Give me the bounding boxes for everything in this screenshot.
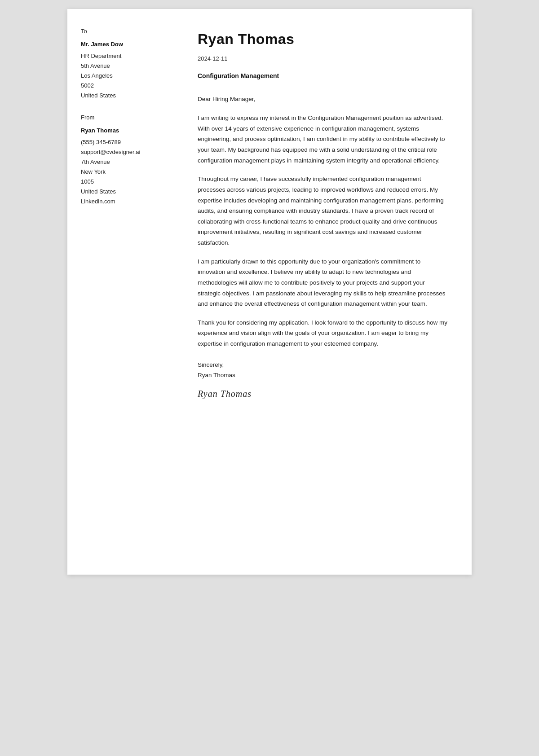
paragraph-1: I am writing to express my interest in t… [198, 113, 449, 166]
paragraph-4: Thank you for considering my application… [198, 317, 449, 349]
closing-word: Sincerely, [198, 360, 449, 370]
sender-country: United States [81, 187, 161, 197]
paragraph-3: I am particularly drawn to this opportun… [198, 256, 449, 309]
salutation: Dear Hiring Manager, [198, 94, 449, 105]
to-section: To Mr. James Dow HR Department 5th Avenu… [81, 27, 161, 101]
recipient-street: 5th Avenue [81, 61, 161, 71]
main-content: Ryan Thomas 2024-12-11 Configuration Man… [175, 9, 472, 575]
recipient-department: HR Department [81, 51, 161, 61]
recipient-zip: 5002 [81, 81, 161, 91]
recipient-name: Mr. James Dow [81, 40, 161, 49]
sidebar: To Mr. James Dow HR Department 5th Avenu… [67, 9, 175, 575]
closing-name: Ryan Thomas [198, 370, 449, 381]
closing: Sincerely, Ryan Thomas Ryan Thomas [198, 360, 449, 401]
sender-phone: (555) 345-6789 [81, 137, 161, 147]
sender-city: New York [81, 167, 161, 177]
sender-name: Ryan Thomas [81, 126, 161, 136]
job-title: Configuration Management [198, 71, 449, 82]
recipient-country: United States [81, 91, 161, 101]
recipient-city: Los Angeles [81, 71, 161, 81]
cover-letter-page: To Mr. James Dow HR Department 5th Avenu… [67, 9, 472, 575]
sender-linkedin: Linkedin.com [81, 197, 161, 207]
to-label: To [81, 27, 161, 36]
sender-zip: 1005 [81, 177, 161, 187]
sender-email: support@cvdesigner.ai [81, 147, 161, 157]
from-section: From Ryan Thomas (555) 345-6789 support@… [81, 113, 161, 207]
signature: Ryan Thomas [198, 386, 449, 401]
applicant-name: Ryan Thomas [198, 27, 449, 51]
paragraph-2: Throughout my career, I have successfull… [198, 174, 449, 248]
sender-street: 7th Avenue [81, 157, 161, 167]
from-label: From [81, 113, 161, 123]
letter-date: 2024-12-11 [198, 54, 449, 64]
